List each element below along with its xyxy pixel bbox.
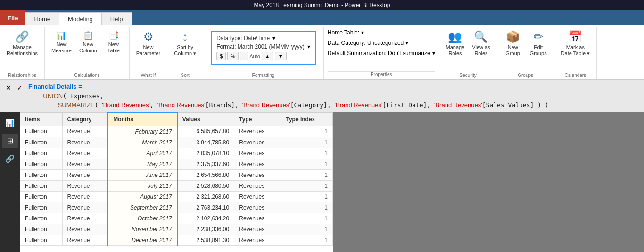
cell-items: Fullerton: [20, 137, 63, 148]
cell-values: 6,585,657.80: [177, 126, 234, 137]
table-header: Items Category Months Values Type Type I…: [20, 113, 333, 126]
table-row[interactable]: Fullerton Revenue July 2017 2,528,680.50…: [20, 180, 333, 191]
table-row[interactable]: Fullerton Revenue December 2017 2,538,89…: [20, 235, 333, 245]
col-typeindex[interactable]: Type Index: [281, 113, 333, 126]
mark-as-date-table-button[interactable]: 📅 Mark asDate Table ▾: [558, 28, 593, 59]
new-group-button[interactable]: 📦 NewGroup: [501, 28, 525, 59]
new-column-icon: 📋: [83, 30, 93, 41]
datatype-label: Data type: Date/Time: [216, 35, 270, 42]
data-category-arrow[interactable]: ▾: [405, 40, 408, 46]
table-row[interactable]: Fullerton Revenue April 2017 2,035,078.1…: [20, 148, 333, 159]
tab-help[interactable]: Help: [102, 12, 132, 25]
table-row[interactable]: Fullerton Revenue May 2017 2,375,337.60 …: [20, 159, 333, 169]
cell-typeindex: 1: [281, 169, 333, 180]
col-items[interactable]: Items: [20, 113, 63, 126]
table-row[interactable]: Fullerton Revenue June 2017 2,654,566.80…: [20, 169, 333, 180]
report-view-icon[interactable]: 📊: [2, 116, 18, 130]
formula-cancel-button[interactable]: ✕: [4, 83, 13, 92]
cell-items: Fullerton: [20, 213, 63, 224]
col-months[interactable]: Months: [108, 113, 177, 126]
edit-groups-button[interactable]: ✏ EditGroups: [527, 28, 550, 59]
manage-roles-button[interactable]: 👥 ManageRoles: [443, 28, 468, 59]
cell-months: May 2017: [108, 159, 177, 169]
cell-months: February 2017: [108, 126, 177, 137]
dec-decimal-btn[interactable]: ▼: [275, 52, 287, 60]
format-label: Format: March 2001 (MMMM yyyy): [216, 43, 305, 50]
groups-label: Groups: [501, 71, 550, 78]
whatif-label: What If: [133, 71, 163, 78]
cell-months: August 2017: [108, 191, 177, 202]
data-view-icon[interactable]: ⊞: [2, 134, 18, 148]
ribbon-items-groups: 📦 NewGroup ✏ EditGroups: [501, 28, 550, 71]
cell-type: Revenues: [234, 213, 281, 224]
security-label: Security: [443, 71, 493, 78]
new-column-button[interactable]: 📋 NewColumn: [76, 28, 100, 56]
col-values[interactable]: Values: [177, 113, 234, 126]
header-row: Items Category Months Values Type Type I…: [20, 113, 333, 126]
format-controls-row: $ % , Auto ▲ ▼: [216, 52, 310, 60]
cell-values: 2,763,234.10: [177, 202, 234, 213]
cell-items: Fullerton: [20, 126, 63, 137]
cell-type: Revenues: [234, 169, 281, 180]
auto-label: Auto: [249, 53, 260, 59]
new-parameter-button[interactable]: ⚙ NewParameter: [133, 28, 163, 59]
left-sidebar: 📊 ⊞ 🔗: [0, 112, 20, 252]
ribbon-group-sort: ↕ Sort byColumn ▾ Sort: [167, 27, 203, 79]
tab-home[interactable]: Home: [25, 12, 59, 25]
home-table-arrow[interactable]: ▾: [361, 29, 364, 36]
datatype-arrow[interactable]: ▾: [272, 35, 275, 42]
table-row[interactable]: Fullerton Revenue August 2017 2,321,268.…: [20, 191, 333, 202]
ribbon: 🔗 ManageRelationships Relationships 📊 Ne…: [0, 25, 644, 80]
inc-decimal-btn[interactable]: ▲: [262, 52, 273, 60]
formula-buttons: ✕ ✓: [4, 83, 25, 92]
col-category[interactable]: Category: [62, 113, 108, 126]
tab-file[interactable]: File: [0, 10, 25, 25]
sort-by-column-button[interactable]: ↕ Sort byColumn ▾: [171, 28, 199, 59]
cell-type: Revenues: [234, 235, 281, 245]
cell-values: 2,528,680.50: [177, 180, 234, 191]
tab-modeling[interactable]: Modeling: [59, 12, 102, 25]
mark-as-date-table-icon: 📅: [568, 30, 582, 43]
dollar-btn[interactable]: $: [216, 52, 226, 60]
table-row[interactable]: Fullerton Revenue March 2017 3,944,785.8…: [20, 137, 333, 148]
formula-confirm-button[interactable]: ✓: [15, 83, 25, 92]
right-panel: [333, 112, 644, 252]
cell-type: Revenues: [234, 126, 281, 137]
format-arrow[interactable]: ▾: [307, 43, 310, 50]
view-as-roles-icon: 🔍: [474, 30, 488, 43]
ribbon-content: 🔗 ManageRelationships Relationships 📊 Ne…: [0, 25, 644, 80]
manage-relationships-button[interactable]: 🔗 ManageRelationships: [4, 28, 41, 59]
model-view-icon[interactable]: 🔗: [2, 152, 18, 166]
formatting-label: Formatting: [207, 71, 320, 78]
cell-typeindex: 1: [281, 224, 333, 235]
ribbon-items-security: 👥 ManageRoles 🔍 View asRoles: [443, 28, 493, 71]
view-as-roles-button[interactable]: 🔍 View asRoles: [469, 28, 493, 59]
new-measure-button[interactable]: 📊 NewMeasure: [49, 28, 74, 56]
new-group-icon: 📦: [506, 30, 520, 43]
col-type[interactable]: Type: [234, 113, 281, 126]
default-summarization-arrow[interactable]: ▾: [432, 50, 435, 57]
table-row[interactable]: Fullerton Revenue September 2017 2,763,2…: [20, 202, 333, 213]
calendars-label: Calendars: [558, 71, 593, 78]
table-row[interactable]: Fullerton Revenue November 2017 2,238,33…: [20, 224, 333, 235]
table-row[interactable]: Fullerton Revenue February 2017 6,585,65…: [20, 126, 333, 137]
cell-months: June 2017: [108, 169, 177, 180]
cell-category: Revenue: [62, 224, 108, 235]
cell-type: Revenues: [234, 180, 281, 191]
new-table-button[interactable]: 📑 NewTable: [102, 28, 125, 56]
cell-values: 2,035,078.10: [177, 148, 234, 159]
cell-months: October 2017: [108, 213, 177, 224]
properties-panel: Data type: Date/Time ▾ Format: March 200…: [211, 31, 316, 65]
cell-months: July 2017: [108, 180, 177, 191]
ribbon-group-calendars: 📅 Mark asDate Table ▾ Calendars: [554, 27, 597, 79]
calculations-label: Calculations: [49, 71, 125, 78]
table-row[interactable]: Fullerton Revenue October 2017 2,102,634…: [20, 213, 333, 224]
ribbon-group-groups: 📦 NewGroup ✏ EditGroups Groups: [497, 27, 554, 79]
cell-type: Revenues: [234, 159, 281, 169]
percent-btn[interactable]: %: [227, 52, 239, 60]
cell-months: November 2017: [108, 224, 177, 235]
formula-summarize: SUMMARIZE: [58, 101, 95, 109]
new-parameter-icon: ⚙: [143, 30, 154, 43]
cell-items: Fullerton: [20, 191, 63, 202]
comma-btn[interactable]: ,: [240, 52, 248, 60]
